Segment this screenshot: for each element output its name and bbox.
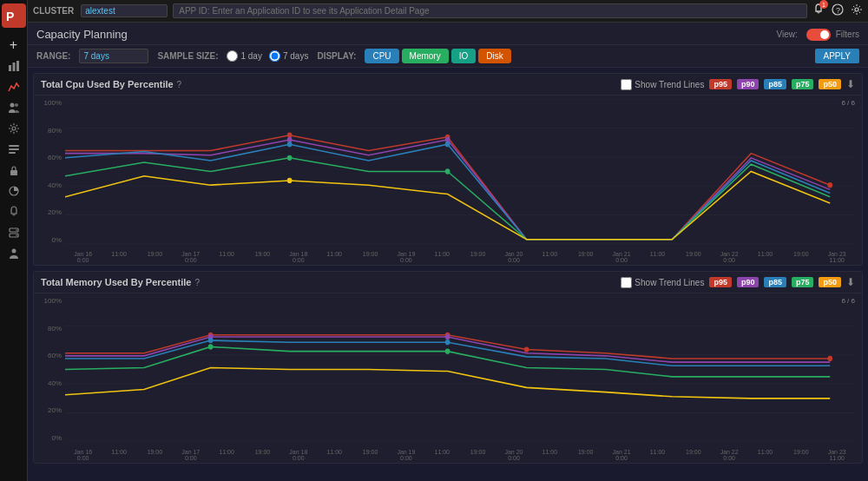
x-label: 11:00 [640, 251, 675, 263]
notification-icon[interactable]: 1 [812, 3, 825, 18]
svg-point-47 [208, 338, 214, 343]
x-label-m: 19:00 [245, 449, 280, 461]
cpu-chart-title: Total Cpu Used By Percentile [41, 79, 174, 89]
cpu-chart-panel: Total Cpu Used By Percentile ? Show Tren… [33, 73, 863, 266]
download-icon[interactable]: ⬇ [846, 78, 855, 90]
svg-rect-2 [9, 65, 11, 71]
svg-point-20 [855, 8, 858, 11]
memory-button[interactable]: Memory [402, 49, 449, 63]
apply-button[interactable]: APPLY [815, 49, 860, 63]
sidebar-capacity[interactable] [3, 77, 25, 96]
svg-point-32 [445, 142, 450, 147]
memory-chart-header: Total Memory Used By Percentile ? Show T… [34, 272, 862, 293]
cpu-button[interactable]: CPU [365, 49, 398, 63]
x-label: 19:00 [352, 251, 388, 263]
x-label-m: 19:00 [568, 449, 603, 461]
x-label-m: 11:00 [640, 449, 675, 461]
range-select[interactable]: 7 days 1 day 30 days [79, 49, 148, 63]
x-label-m: Jan 200:00 [496, 449, 531, 461]
x-label: 11:00 [747, 251, 783, 263]
cpu-chart-help[interactable]: ? [177, 80, 182, 89]
topbar-icons: 1 ? [812, 3, 863, 18]
x-label: 11:00 [424, 251, 460, 263]
disk-button[interactable]: Disk [478, 49, 510, 63]
sample-1day-label[interactable]: 1 day [227, 50, 261, 62]
charts-area: Total Cpu Used By Percentile ? Show Tren… [28, 68, 868, 481]
x-label: Jan 210:00 [603, 251, 639, 263]
x-label-m: Jan 210:00 [603, 449, 639, 461]
appid-input[interactable] [173, 3, 807, 18]
x-label-m: 11:00 [101, 449, 136, 461]
cluster-select[interactable]: alextest [81, 4, 168, 17]
page-header: Capacity Planning View: Filters [28, 23, 868, 45]
sidebar-storage[interactable] [3, 223, 25, 242]
sidebar-person[interactable] [3, 244, 25, 263]
x-label-m: 19:00 [675, 449, 711, 461]
sidebar-chart[interactable] [3, 181, 25, 201]
cluster-label: CLUSTER [33, 6, 74, 16]
main-area: CLUSTER alextest 1 ? Capacity Planning V… [28, 0, 868, 481]
range-label: RANGE: [36, 51, 70, 61]
sidebar-settings[interactable] [3, 119, 25, 138]
x-label: Jan 180:00 [280, 251, 316, 263]
sidebar-lock[interactable] [3, 161, 25, 180]
memory-chart-svg [65, 297, 855, 442]
x-label-m: Jan 190:00 [388, 449, 424, 461]
x-label-m: 19:00 [137, 449, 173, 461]
x-label: 11:00 [101, 251, 136, 263]
display-label: DISPLAY: [317, 51, 356, 61]
svg-point-16 [16, 234, 17, 236]
topbar: CLUSTER alextest 1 ? [28, 0, 868, 23]
sidebar-list[interactable] [3, 140, 25, 159]
sample-7days-radio[interactable] [269, 50, 280, 62]
memory-p85-badge: p85 [764, 277, 786, 287]
svg-point-52 [524, 346, 529, 352]
trend-check-label[interactable]: Show Trend Lines [621, 79, 704, 90]
x-label-m: Jan 220:00 [711, 449, 746, 461]
sample-radio-group: 1 day 7 days [227, 50, 308, 62]
memory-download-icon[interactable]: ⬇ [846, 276, 855, 288]
memory-y-axis: 100% 80% 60% 40% 20% 0% [34, 297, 65, 442]
view-toggle[interactable] [806, 29, 831, 41]
x-label: Jan 170:00 [173, 251, 208, 263]
svg-rect-10 [9, 152, 16, 154]
svg-rect-8 [9, 145, 19, 147]
x-label-m: 19:00 [460, 449, 496, 461]
sample-1day-radio[interactable] [227, 50, 238, 62]
sample-7days-label[interactable]: 7 days [269, 50, 308, 62]
x-label-m: Jan 160:00 [65, 449, 101, 461]
memory-trend-checkbox[interactable] [621, 277, 632, 288]
x-label: Jan 190:00 [388, 251, 424, 263]
sidebar-users[interactable] [3, 98, 25, 117]
x-label-m: 11:00 [747, 449, 783, 461]
sidebar-add[interactable]: + [3, 36, 25, 55]
page-title: Capacity Planning [36, 28, 128, 41]
svg-point-31 [287, 142, 293, 147]
filters-button[interactable]: Filters [836, 30, 859, 39]
x-label-m: 11:00 [317, 449, 352, 461]
x-label-m: 19:00 [352, 449, 388, 461]
svg-point-49 [208, 344, 214, 349]
sidebar-bell[interactable] [3, 202, 25, 221]
sidebar-analytics[interactable] [3, 56, 25, 76]
memory-trend-check-label[interactable]: Show Trend Lines [621, 277, 704, 288]
cpu-chart-controls: Show Trend Lines p95 p90 p85 p75 p50 ⬇ [621, 78, 855, 90]
controls-bar: RANGE: 7 days 1 day 30 days SAMPLE SIZE:… [28, 45, 868, 68]
gear-icon[interactable] [851, 3, 863, 18]
io-button[interactable]: IO [451, 49, 477, 63]
sidebar: P + [0, 0, 28, 481]
svg-rect-11 [10, 170, 17, 175]
p90-badge: p90 [737, 79, 760, 89]
trend-checkbox[interactable] [621, 79, 632, 90]
p95-badge: p95 [709, 79, 732, 89]
x-label-m: Jan 2311:00 [819, 449, 855, 461]
memory-chart-help[interactable]: ? [194, 278, 200, 287]
svg-point-50 [445, 348, 450, 353]
display-buttons: CPU Memory IO Disk [365, 49, 510, 63]
svg-text:?: ? [836, 6, 840, 15]
view-label: View: [776, 30, 797, 39]
help-icon[interactable]: ? [832, 3, 844, 18]
svg-point-34 [445, 168, 450, 174]
x-label-m: 19:00 [783, 449, 819, 461]
svg-rect-9 [9, 148, 19, 150]
